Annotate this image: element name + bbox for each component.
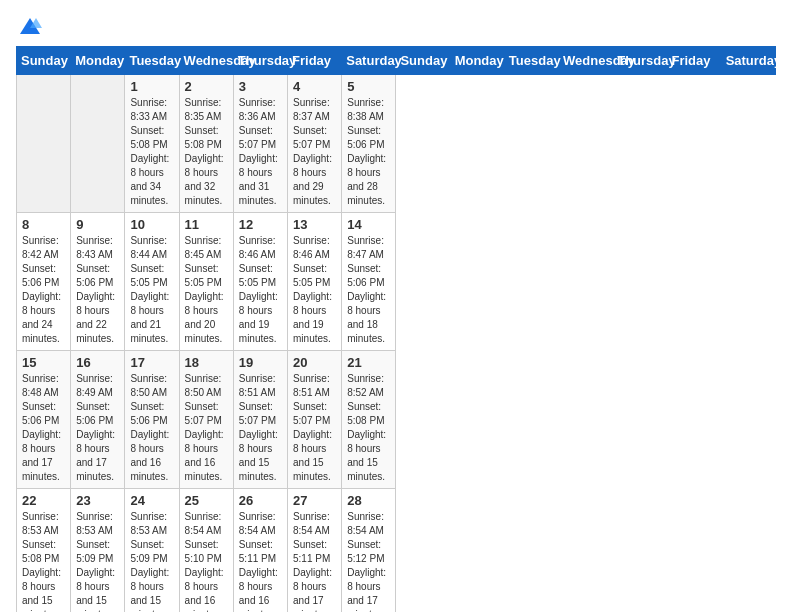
day-number: 12	[239, 217, 282, 232]
day-cell-15: 15 Sunrise: 8:48 AMSunset: 5:06 PMDaylig…	[17, 351, 71, 489]
day-info: Sunrise: 8:53 AMSunset: 5:09 PMDaylight:…	[76, 511, 115, 612]
day-info: Sunrise: 8:46 AMSunset: 5:05 PMDaylight:…	[293, 235, 332, 344]
col-header-thursday: Thursday	[613, 47, 667, 75]
day-cell-13: 13 Sunrise: 8:46 AMSunset: 5:05 PMDaylig…	[288, 213, 342, 351]
col-header-sunday: Sunday	[396, 47, 450, 75]
header-wednesday: Wednesday	[179, 47, 233, 75]
day-number: 17	[130, 355, 173, 370]
day-cell-21: 21 Sunrise: 8:52 AMSunset: 5:08 PMDaylig…	[342, 351, 396, 489]
week-row-1: 1 Sunrise: 8:33 AMSunset: 5:08 PMDayligh…	[17, 75, 776, 213]
col-header-friday: Friday	[667, 47, 721, 75]
day-number: 16	[76, 355, 119, 370]
day-number: 25	[185, 493, 228, 508]
day-info: Sunrise: 8:37 AMSunset: 5:07 PMDaylight:…	[293, 97, 332, 206]
day-info: Sunrise: 8:46 AMSunset: 5:05 PMDaylight:…	[239, 235, 278, 344]
day-cell-2: 2 Sunrise: 8:35 AMSunset: 5:08 PMDayligh…	[179, 75, 233, 213]
day-info: Sunrise: 8:44 AMSunset: 5:05 PMDaylight:…	[130, 235, 169, 344]
day-cell-11: 11 Sunrise: 8:45 AMSunset: 5:05 PMDaylig…	[179, 213, 233, 351]
day-number: 15	[22, 355, 65, 370]
day-number: 27	[293, 493, 336, 508]
logo	[16, 16, 42, 36]
day-info: Sunrise: 8:42 AMSunset: 5:06 PMDaylight:…	[22, 235, 61, 344]
day-info: Sunrise: 8:36 AMSunset: 5:07 PMDaylight:…	[239, 97, 278, 206]
day-cell-12: 12 Sunrise: 8:46 AMSunset: 5:05 PMDaylig…	[233, 213, 287, 351]
col-header-wednesday: Wednesday	[559, 47, 613, 75]
day-cell-23: 23 Sunrise: 8:53 AMSunset: 5:09 PMDaylig…	[71, 489, 125, 613]
day-cell-19: 19 Sunrise: 8:51 AMSunset: 5:07 PMDaylig…	[233, 351, 287, 489]
calendar-header-row: SundayMondayTuesdayWednesdayThursdayFrid…	[17, 47, 776, 75]
empty-cell	[71, 75, 125, 213]
day-cell-24: 24 Sunrise: 8:53 AMSunset: 5:09 PMDaylig…	[125, 489, 179, 613]
col-header-monday: Monday	[450, 47, 504, 75]
empty-cell	[17, 75, 71, 213]
logo-icon	[18, 16, 42, 36]
col-header-saturday: Saturday	[721, 47, 775, 75]
day-info: Sunrise: 8:38 AMSunset: 5:06 PMDaylight:…	[347, 97, 386, 206]
day-number: 26	[239, 493, 282, 508]
day-info: Sunrise: 8:50 AMSunset: 5:07 PMDaylight:…	[185, 373, 224, 482]
day-cell-4: 4 Sunrise: 8:37 AMSunset: 5:07 PMDayligh…	[288, 75, 342, 213]
day-cell-10: 10 Sunrise: 8:44 AMSunset: 5:05 PMDaylig…	[125, 213, 179, 351]
week-row-4: 22 Sunrise: 8:53 AMSunset: 5:08 PMDaylig…	[17, 489, 776, 613]
day-number: 5	[347, 79, 390, 94]
day-cell-20: 20 Sunrise: 8:51 AMSunset: 5:07 PMDaylig…	[288, 351, 342, 489]
header-tuesday: Tuesday	[125, 47, 179, 75]
day-number: 20	[293, 355, 336, 370]
day-number: 18	[185, 355, 228, 370]
day-number: 23	[76, 493, 119, 508]
week-row-2: 8 Sunrise: 8:42 AMSunset: 5:06 PMDayligh…	[17, 213, 776, 351]
day-cell-16: 16 Sunrise: 8:49 AMSunset: 5:06 PMDaylig…	[71, 351, 125, 489]
col-header-tuesday: Tuesday	[504, 47, 558, 75]
day-info: Sunrise: 8:53 AMSunset: 5:08 PMDaylight:…	[22, 511, 61, 612]
page-header	[16, 16, 776, 36]
day-number: 3	[239, 79, 282, 94]
day-info: Sunrise: 8:45 AMSunset: 5:05 PMDaylight:…	[185, 235, 224, 344]
calendar-table: SundayMondayTuesdayWednesdayThursdayFrid…	[16, 46, 776, 612]
day-cell-17: 17 Sunrise: 8:50 AMSunset: 5:06 PMDaylig…	[125, 351, 179, 489]
day-info: Sunrise: 8:47 AMSunset: 5:06 PMDaylight:…	[347, 235, 386, 344]
day-info: Sunrise: 8:48 AMSunset: 5:06 PMDaylight:…	[22, 373, 61, 482]
day-info: Sunrise: 8:51 AMSunset: 5:07 PMDaylight:…	[239, 373, 278, 482]
header-thursday: Thursday	[233, 47, 287, 75]
day-info: Sunrise: 8:51 AMSunset: 5:07 PMDaylight:…	[293, 373, 332, 482]
day-number: 10	[130, 217, 173, 232]
header-monday: Monday	[71, 47, 125, 75]
day-info: Sunrise: 8:43 AMSunset: 5:06 PMDaylight:…	[76, 235, 115, 344]
day-cell-9: 9 Sunrise: 8:43 AMSunset: 5:06 PMDayligh…	[71, 213, 125, 351]
day-info: Sunrise: 8:52 AMSunset: 5:08 PMDaylight:…	[347, 373, 386, 482]
day-info: Sunrise: 8:54 AMSunset: 5:11 PMDaylight:…	[239, 511, 278, 612]
day-number: 28	[347, 493, 390, 508]
day-info: Sunrise: 8:33 AMSunset: 5:08 PMDaylight:…	[130, 97, 169, 206]
day-info: Sunrise: 8:35 AMSunset: 5:08 PMDaylight:…	[185, 97, 224, 206]
day-number: 13	[293, 217, 336, 232]
day-number: 4	[293, 79, 336, 94]
day-info: Sunrise: 8:49 AMSunset: 5:06 PMDaylight:…	[76, 373, 115, 482]
day-info: Sunrise: 8:53 AMSunset: 5:09 PMDaylight:…	[130, 511, 169, 612]
day-number: 11	[185, 217, 228, 232]
day-cell-5: 5 Sunrise: 8:38 AMSunset: 5:06 PMDayligh…	[342, 75, 396, 213]
day-cell-14: 14 Sunrise: 8:47 AMSunset: 5:06 PMDaylig…	[342, 213, 396, 351]
day-number: 2	[185, 79, 228, 94]
day-number: 22	[22, 493, 65, 508]
day-number: 19	[239, 355, 282, 370]
day-info: Sunrise: 8:50 AMSunset: 5:06 PMDaylight:…	[130, 373, 169, 482]
header-saturday: Saturday	[342, 47, 396, 75]
day-number: 21	[347, 355, 390, 370]
week-row-3: 15 Sunrise: 8:48 AMSunset: 5:06 PMDaylig…	[17, 351, 776, 489]
day-number: 24	[130, 493, 173, 508]
day-cell-22: 22 Sunrise: 8:53 AMSunset: 5:08 PMDaylig…	[17, 489, 71, 613]
day-info: Sunrise: 8:54 AMSunset: 5:12 PMDaylight:…	[347, 511, 386, 612]
day-cell-28: 28 Sunrise: 8:54 AMSunset: 5:12 PMDaylig…	[342, 489, 396, 613]
header-friday: Friday	[288, 47, 342, 75]
day-number: 1	[130, 79, 173, 94]
day-number: 8	[22, 217, 65, 232]
day-info: Sunrise: 8:54 AMSunset: 5:10 PMDaylight:…	[185, 511, 224, 612]
day-info: Sunrise: 8:54 AMSunset: 5:11 PMDaylight:…	[293, 511, 332, 612]
day-cell-3: 3 Sunrise: 8:36 AMSunset: 5:07 PMDayligh…	[233, 75, 287, 213]
day-cell-1: 1 Sunrise: 8:33 AMSunset: 5:08 PMDayligh…	[125, 75, 179, 213]
day-cell-27: 27 Sunrise: 8:54 AMSunset: 5:11 PMDaylig…	[288, 489, 342, 613]
header-sunday: Sunday	[17, 47, 71, 75]
day-cell-25: 25 Sunrise: 8:54 AMSunset: 5:10 PMDaylig…	[179, 489, 233, 613]
day-cell-26: 26 Sunrise: 8:54 AMSunset: 5:11 PMDaylig…	[233, 489, 287, 613]
day-number: 9	[76, 217, 119, 232]
